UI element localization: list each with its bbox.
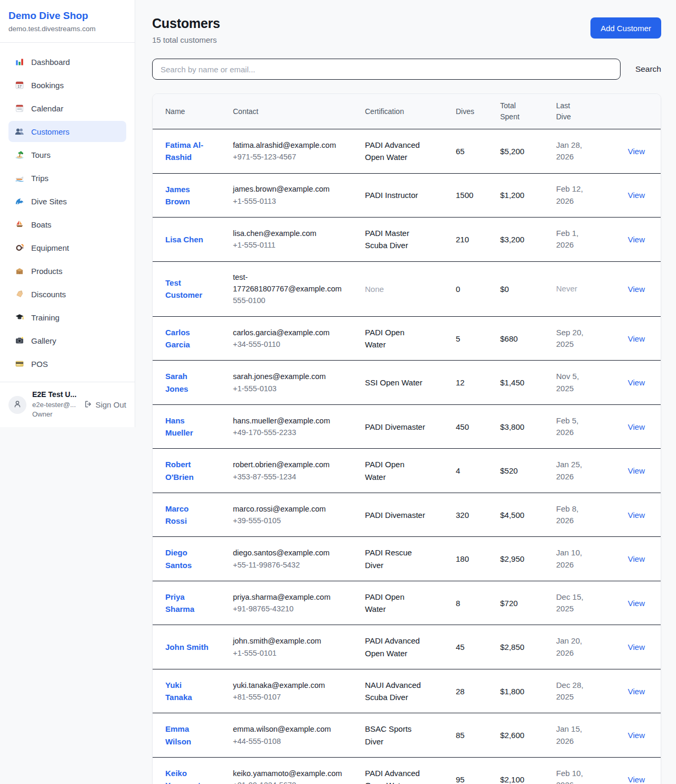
customer-name-link[interactable]: Fatima Al-Rashid [165, 139, 209, 164]
table-row: Lisa Chen lisa.chen@example.com +1-555-0… [153, 218, 661, 262]
customer-dives: 180 [449, 537, 494, 581]
view-link[interactable]: View [628, 147, 645, 156]
column-header-last-dive: Last Dive [550, 94, 607, 129]
view-link[interactable]: View [628, 422, 645, 431]
customer-name-link[interactable]: Sarah Jones [165, 370, 209, 395]
sign-out-icon [83, 400, 92, 410]
view-link[interactable]: View [628, 466, 645, 475]
wave-icon [15, 196, 24, 206]
sidebar-item-bookings[interactable]: 17 Bookings [8, 74, 126, 96]
table-row: Emma Wilson emma.wilson@example.com +44-… [153, 713, 661, 758]
sidebar-item-gallery[interactable]: Gallery [8, 330, 126, 351]
table-row: Carlos Garcia carlos.garcia@example.com … [153, 316, 661, 361]
view-link[interactable]: View [628, 191, 645, 200]
customer-phone: +81-555-0107 [233, 691, 352, 703]
table-row: Robert O'Brien robert.obrien@example.com… [153, 449, 661, 493]
svg-text:17: 17 [17, 84, 22, 88]
customer-email: keiko.yamamoto@example.com [233, 768, 352, 779]
customer-name-link[interactable]: Marco Rossi [165, 503, 209, 527]
sidebar-header: Demo Dive Shop demo.test.divestreams.com [0, 0, 135, 43]
view-link[interactable]: View [628, 334, 645, 343]
customer-certification: NAUI Advanced Scuba Diver [365, 679, 426, 704]
customer-last-dive: Jan 15, 2026 [556, 723, 587, 747]
sidebar-item-trips[interactable]: Trips [8, 167, 126, 188]
view-link[interactable]: View [628, 378, 645, 387]
view-link[interactable]: View [628, 687, 645, 696]
view-link[interactable]: View [628, 731, 645, 740]
view-link[interactable]: View [628, 554, 645, 563]
customer-last-dive: Jan 20, 2026 [556, 635, 587, 659]
sidebar-item-discounts[interactable]: Discounts [8, 284, 126, 305]
add-customer-button[interactable]: Add Customer [590, 17, 661, 39]
avatar [8, 396, 26, 414]
sidebar-item-products[interactable]: Products [8, 260, 126, 281]
sidebar-item-boats[interactable]: Boats [8, 214, 126, 235]
customer-last-dive: Jan 25, 2026 [556, 459, 587, 483]
page-header-text: Customers 15 total customers [152, 16, 220, 44]
customer-phone: +1-555-0103 [233, 383, 352, 394]
sidebar-item-customers[interactable]: Customers [8, 121, 126, 142]
customer-certification: BSAC Sports Diver [365, 723, 426, 748]
customer-total-spent: $3,800 [494, 404, 550, 449]
customer-total-spent: $5,200 [494, 129, 550, 174]
customer-name-link[interactable]: James Brown [165, 183, 209, 208]
sidebar-item-label: Products [31, 267, 62, 276]
package-icon [15, 266, 24, 276]
customer-dives: 1500 [449, 173, 494, 218]
customer-certification: PADI Advanced Open Water [365, 635, 426, 659]
customer-email: diego.santos@example.com [233, 547, 352, 559]
customer-name-link[interactable]: Diego Santos [165, 546, 209, 571]
search-button[interactable]: Search [635, 64, 661, 74]
customer-name-link[interactable]: Priya Sharma [165, 591, 209, 616]
table-row: Priya Sharma priya.sharma@example.com +9… [153, 581, 661, 625]
customer-name-link[interactable]: John Smith [165, 641, 209, 653]
page-header: Customers 15 total customers Add Custome… [152, 16, 661, 44]
view-link[interactable]: View [628, 643, 645, 651]
table-row: James Brown james.brown@example.com +1-5… [153, 173, 661, 218]
table-header-row: Name Contact Certification Dives Total S… [153, 94, 661, 129]
customer-email: hans.mueller@example.com [233, 415, 352, 427]
customer-last-dive: Nov 5, 2025 [556, 371, 587, 394]
customer-email: lisa.chen@example.com [233, 228, 352, 239]
sign-out-button[interactable]: Sign Out [83, 400, 126, 410]
customer-last-dive: Feb 1, 2026 [556, 228, 587, 251]
sidebar-item-calendar[interactable]: Calendar [8, 98, 126, 119]
customer-phone: +81-90-1234-5678 [233, 779, 352, 784]
sidebar-item-pos[interactable]: POS [8, 353, 126, 374]
column-header-actions [607, 94, 661, 129]
sidebar-item-training[interactable]: Training [8, 307, 126, 328]
view-link[interactable]: View [628, 235, 645, 244]
sidebar-item-label: Training [31, 313, 60, 322]
table-row: Diego Santos diego.santos@example.com +5… [153, 537, 661, 581]
customer-email: robert.obrien@example.com [233, 459, 352, 470]
customer-name-link[interactable]: Hans Mueller [165, 414, 209, 439]
customer-name-link[interactable]: Emma Wilson [165, 723, 209, 748]
view-link[interactable]: View [628, 599, 645, 608]
customer-name-link[interactable]: Robert O'Brien [165, 458, 209, 483]
sidebar-item-label: Gallery [31, 336, 57, 345]
view-link[interactable]: View [628, 775, 645, 784]
sidebar-item-label: POS [31, 360, 48, 369]
customer-email: carlos.garcia@example.com [233, 327, 352, 338]
customer-certification: PADI Open Water [365, 458, 426, 483]
customer-total-spent: $2,950 [494, 537, 550, 581]
table-row: Marco Rossi marco.rossi@example.com +39-… [153, 493, 661, 537]
search-input[interactable] [152, 59, 621, 80]
sidebar-item-dive-sites[interactable]: Dive Sites [8, 191, 126, 212]
customer-certification: PADI Advanced Open Water [365, 139, 426, 164]
sidebar-item-equipment[interactable]: Equipment [8, 237, 126, 258]
user-info: E2E Test U... e2e-tester@... Owner [32, 390, 77, 419]
view-link[interactable]: View [628, 511, 645, 519]
customer-last-dive: Jan 28, 2026 [556, 139, 587, 163]
customer-name-link[interactable]: Lisa Chen [165, 233, 203, 245]
customer-name-link[interactable]: Test Customer [165, 277, 209, 301]
user-name: E2E Test U... [32, 390, 77, 400]
customer-name-link[interactable]: Yuki Tanaka [165, 679, 209, 704]
customer-name-link[interactable]: Carlos Garcia [165, 326, 209, 351]
customer-name-link[interactable]: Keiko Yamamoto [165, 767, 209, 784]
sidebar-item-tours[interactable]: Tours [8, 144, 126, 165]
person-icon [13, 399, 22, 411]
page-title: Customers [152, 16, 220, 31]
view-link[interactable]: View [628, 285, 645, 294]
sidebar-item-dashboard[interactable]: Dashboard [8, 51, 126, 72]
